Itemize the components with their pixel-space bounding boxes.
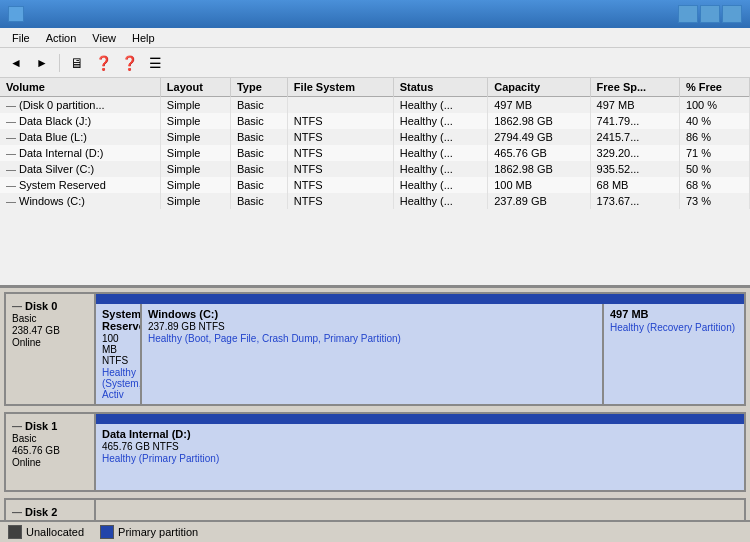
table-cell-6-6: 173.67... <box>590 193 679 209</box>
properties-button[interactable]: ❓ <box>91 52 115 74</box>
maximize-button[interactable] <box>700 5 720 23</box>
disk-size-0: 238.47 GB <box>12 325 88 336</box>
disk-partitions-1: Data Internal (D:) 465.76 GB NTFS Health… <box>96 414 744 490</box>
table-cell-6-7: 73 % <box>679 193 749 209</box>
main-content: Volume Layout Type File System Status Ca… <box>0 78 750 520</box>
table-cell-2-4: Healthy (... <box>393 129 488 145</box>
back-button[interactable]: ◄ <box>4 52 28 74</box>
table-cell-2-6: 2415.7... <box>590 129 679 145</box>
table-cell-3-2: Basic <box>230 145 287 161</box>
table-row[interactable]: —Data Internal (D:)SimpleBasicNTFSHealth… <box>0 145 750 161</box>
help-button[interactable]: ❓ <box>117 52 141 74</box>
table-cell-5-6: 68 MB <box>590 177 679 193</box>
table-row[interactable]: —(Disk 0 partition...SimpleBasicHealthy … <box>0 97 750 114</box>
table-cell-1-4: Healthy (... <box>393 113 488 129</box>
bar-seg-0-1 <box>130 294 607 304</box>
col-layout[interactable]: Layout <box>160 78 230 97</box>
title-bar <box>0 0 750 28</box>
legend-unalloc-box <box>8 525 22 539</box>
table-cell-0-4: Healthy (... <box>393 97 488 114</box>
legend-primary-box <box>100 525 114 539</box>
table-row[interactable]: —Windows (C:)SimpleBasicNTFSHealthy (...… <box>0 193 750 209</box>
legend: Unallocated Primary partition <box>0 520 750 542</box>
table-cell-2-2: Basic <box>230 129 287 145</box>
part-name-1-0: Data Internal (D:) <box>102 428 738 440</box>
disk-row-2: — Disk 2 Removable (F:) <box>4 498 746 520</box>
table-cell-5-3: NTFS <box>287 177 393 193</box>
bar-seg-0-0 <box>96 294 130 304</box>
col-filesystem[interactable]: File System <box>287 78 393 97</box>
disk-row-1: — Disk 1 Basic 465.76 GB Online Data Int… <box>4 412 746 492</box>
disk-type-0: Basic <box>12 313 88 324</box>
col-type[interactable]: Type <box>230 78 287 97</box>
col-status[interactable]: Status <box>393 78 488 97</box>
table-cell-0-5: 497 MB <box>488 97 590 114</box>
table-row[interactable]: —System ReservedSimpleBasicNTFSHealthy (… <box>0 177 750 193</box>
menu-bar: File Action View Help <box>0 28 750 48</box>
menu-action[interactable]: Action <box>38 30 85 46</box>
table-cell-5-4: Healthy (... <box>393 177 488 193</box>
table-cell-1-0: —Data Black (J:) <box>0 113 160 129</box>
menu-file[interactable]: File <box>4 30 38 46</box>
table-cell-0-6: 497 MB <box>590 97 679 114</box>
table-cell-4-3: NTFS <box>287 161 393 177</box>
disk-bar-0 <box>96 294 744 304</box>
disk-icon-button[interactable]: 🖥 <box>65 52 89 74</box>
table-body: —(Disk 0 partition...SimpleBasicHealthy … <box>0 97 750 210</box>
table-row[interactable]: —Data Black (J:)SimpleBasicNTFSHealthy (… <box>0 113 750 129</box>
table-cell-4-1: Simple <box>160 161 230 177</box>
bar-seg-0-2 <box>608 294 744 304</box>
menu-view[interactable]: View <box>84 30 124 46</box>
partition-block-0-0[interactable]: System Reserved 100 MB NTFS Healthy (Sys… <box>96 304 142 404</box>
minimize-button[interactable] <box>678 5 698 23</box>
disk-visual-section: — Disk 0 Basic 238.47 GB Online System R… <box>0 288 750 520</box>
table-cell-2-7: 86 % <box>679 129 749 145</box>
table-cell-3-3: NTFS <box>287 145 393 161</box>
partition-block-0-1[interactable]: Windows (C:) 237.89 GB NTFS Healthy (Boo… <box>142 304 604 404</box>
table-cell-4-5: 1862.98 GB <box>488 161 590 177</box>
table-cell-6-2: Basic <box>230 193 287 209</box>
legend-primary: Primary partition <box>100 525 198 539</box>
bar-seg-1-0 <box>96 414 744 424</box>
part-name-0-2: 497 MB <box>610 308 738 320</box>
table-cell-0-7: 100 % <box>679 97 749 114</box>
table-cell-2-3: NTFS <box>287 129 393 145</box>
table-cell-2-0: —Data Blue (L:) <box>0 129 160 145</box>
part-status-0-1: Healthy (Boot, Page File, Crash Dump, Pr… <box>148 333 596 344</box>
col-freespace[interactable]: Free Sp... <box>590 78 679 97</box>
table-cell-3-5: 465.76 GB <box>488 145 590 161</box>
part-status-0-2: Healthy (Recovery Partition) <box>610 322 738 333</box>
table-cell-5-5: 100 MB <box>488 177 590 193</box>
part-status-0-0: Healthy (System, Activ <box>102 367 134 400</box>
forward-button[interactable]: ► <box>30 52 54 74</box>
table-cell-1-6: 741.79... <box>590 113 679 129</box>
close-button[interactable] <box>722 5 742 23</box>
table-cell-5-2: Basic <box>230 177 287 193</box>
disk-status-0: Online <box>12 337 88 348</box>
col-percentfree[interactable]: % Free <box>679 78 749 97</box>
toolbar: ◄ ► 🖥 ❓ ❓ ☰ <box>0 48 750 78</box>
table-cell-3-4: Healthy (... <box>393 145 488 161</box>
partition-block-0-2[interactable]: 497 MB Healthy (Recovery Partition) <box>604 304 744 404</box>
extra-button[interactable]: ☰ <box>143 52 167 74</box>
table-row[interactable]: —Data Blue (L:)SimpleBasicNTFSHealthy (.… <box>0 129 750 145</box>
col-volume[interactable]: Volume <box>0 78 160 97</box>
table-cell-1-3: NTFS <box>287 113 393 129</box>
part-size-0-0: 100 MB NTFS <box>102 333 134 366</box>
menu-help[interactable]: Help <box>124 30 163 46</box>
table-cell-4-0: —Data Silver (C:) <box>0 161 160 177</box>
table-row[interactable]: —Data Silver (C:)SimpleBasicNTFSHealthy … <box>0 161 750 177</box>
disk-info-0: — Disk 0 Basic 238.47 GB Online <box>6 294 96 404</box>
disk-size-1: 465.76 GB <box>12 445 88 456</box>
part-size-0-1: 237.89 GB NTFS <box>148 321 596 332</box>
col-capacity[interactable]: Capacity <box>488 78 590 97</box>
partition-block-1-0[interactable]: Data Internal (D:) 465.76 GB NTFS Health… <box>96 424 744 490</box>
table-cell-4-2: Basic <box>230 161 287 177</box>
table-cell-4-4: Healthy (... <box>393 161 488 177</box>
legend-unallocated: Unallocated <box>8 525 84 539</box>
table-cell-3-7: 71 % <box>679 145 749 161</box>
disk-bar-1 <box>96 414 744 424</box>
disk-parts-row-1: Data Internal (D:) 465.76 GB NTFS Health… <box>96 424 744 490</box>
table-cell-6-4: Healthy (... <box>393 193 488 209</box>
disk-type-1: Basic <box>12 433 88 444</box>
